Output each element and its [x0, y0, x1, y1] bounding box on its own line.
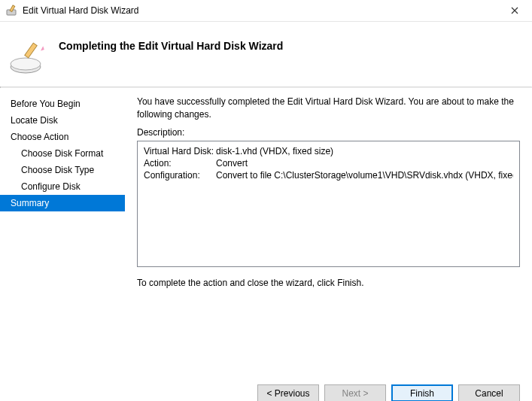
previous-button[interactable]: < Previous	[257, 384, 319, 401]
closing-text: To complete the action and close the wiz…	[137, 278, 520, 288]
app-icon	[6, 5, 18, 17]
sidebar-step-choose-disk-format[interactable]: Choose Disk Format	[0, 145, 125, 162]
sidebar-step-choose-action[interactable]: Choose Action	[0, 129, 125, 145]
desc-row-config: Configuration: Convert to file C:\Cluste…	[144, 170, 513, 181]
description-box: Virtual Hard Disk: disk-1.vhd (VHDX, fix…	[137, 141, 520, 267]
description-label: Description:	[137, 127, 520, 138]
wizard-header: Completing the Edit Virtual Hard Disk Wi…	[0, 22, 532, 87]
desc-key: Virtual Hard Disk:	[144, 146, 216, 156]
wizard-icon	[9, 40, 45, 76]
sidebar-step-choose-disk-type[interactable]: Choose Disk Type	[0, 162, 125, 178]
desc-value: disk-1.vhd (VHDX, fixed size)	[216, 146, 513, 156]
close-button[interactable]	[497, 0, 532, 21]
wizard-footer: < Previous Next > Finish Cancel	[0, 368, 532, 401]
desc-value: Convert	[216, 158, 513, 169]
wizard-content: You have successfully completed the Edit…	[125, 88, 532, 368]
desc-value: Convert to file C:\ClusterStorage\volume…	[216, 170, 513, 181]
desc-key: Configuration:	[144, 170, 216, 181]
svg-rect-4	[25, 43, 37, 58]
sidebar-step-before-you-begin[interactable]: Before You Begin	[0, 96, 125, 112]
cancel-button[interactable]: Cancel	[458, 384, 520, 401]
desc-row-action: Action: Convert	[144, 158, 513, 169]
wizard-sidebar: Before You Begin Locate Disk Choose Acti…	[0, 88, 125, 368]
intro-text: You have successfully completed the Edit…	[137, 96, 520, 121]
sidebar-step-configure-disk[interactable]: Configure Disk	[0, 178, 125, 195]
sidebar-step-summary[interactable]: Summary	[0, 195, 125, 211]
window-title: Edit Virtual Hard Disk Wizard	[23, 5, 497, 16]
finish-button[interactable]: Finish	[391, 384, 453, 401]
svg-marker-5	[40, 46, 45, 52]
next-button: Next >	[324, 384, 386, 401]
svg-point-3	[11, 58, 41, 70]
desc-row-vhd: Virtual Hard Disk: disk-1.vhd (VHDX, fix…	[144, 146, 513, 156]
titlebar: Edit Virtual Hard Disk Wizard	[0, 0, 532, 22]
page-heading: Completing the Edit Virtual Hard Disk Wi…	[59, 40, 283, 52]
sidebar-step-locate-disk[interactable]: Locate Disk	[0, 112, 125, 129]
desc-key: Action:	[144, 158, 216, 169]
